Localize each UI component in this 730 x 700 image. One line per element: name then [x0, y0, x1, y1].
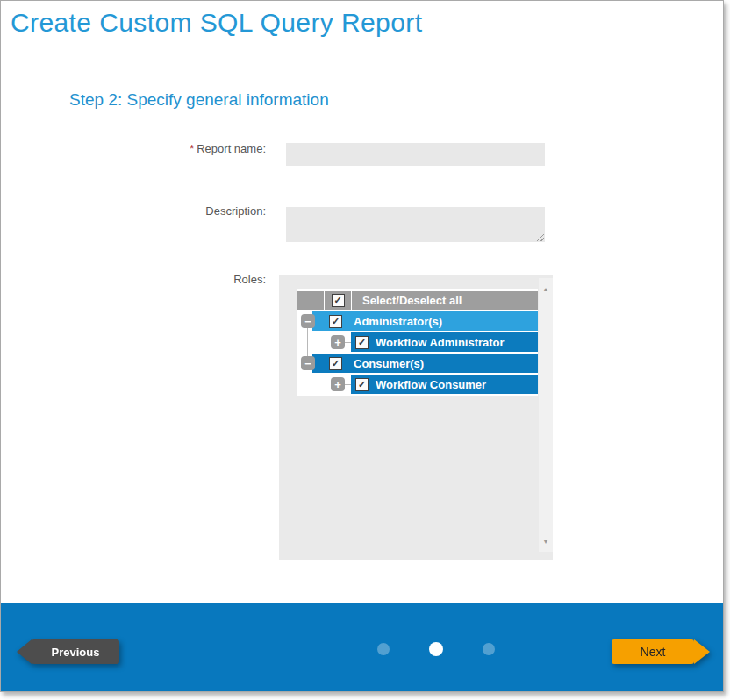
workflow-administrator-checkbox[interactable]: ✓	[355, 336, 369, 349]
tree-header-row: ✓ Select/Deselect all	[297, 291, 538, 310]
step-heading: Step 2: Specify general information	[69, 90, 329, 110]
administrators-checkbox[interactable]: ✓	[329, 315, 342, 328]
checkmark-icon: ✓	[332, 317, 340, 326]
tree-row-consumers[interactable]: ✓ Consumer(s)	[312, 354, 538, 373]
roles-tree-panel: ✓ Select/Deselect all ✓ Administrator(s)…	[279, 275, 553, 560]
consumers-checkbox[interactable]: ✓	[329, 357, 342, 370]
report-name-input[interactable]	[286, 143, 545, 166]
required-marker: *	[190, 142, 194, 155]
tree-connector-trunk	[307, 328, 308, 358]
expand-icon[interactable]: +	[331, 335, 345, 349]
next-button[interactable]: Next	[612, 639, 694, 664]
select-all-checkbox[interactable]: ✓	[332, 294, 345, 307]
description-label: Description:	[71, 204, 266, 218]
tree-row-label: Administrator(s)	[354, 315, 442, 328]
step-dot-3	[483, 643, 495, 655]
expand-icon[interactable]: +	[331, 377, 345, 391]
tree-row-administrators[interactable]: ✓ Administrator(s)	[312, 311, 538, 331]
wizard-dialog: Create Custom SQL Query Report Step 2: S…	[0, 0, 724, 692]
checkmark-icon: ✓	[358, 338, 366, 347]
scroll-down-icon[interactable]: ▼	[539, 534, 553, 548]
wizard-footer: Previous Next	[1, 603, 723, 691]
checkmark-icon: ✓	[332, 359, 340, 368]
roles-label-text: Roles:	[233, 273, 266, 286]
step-dot-1	[377, 643, 390, 655]
description-textarea[interactable]	[286, 207, 545, 242]
checkmark-icon: ✓	[333, 296, 341, 305]
next-button-label: Next	[641, 645, 666, 659]
tree-row-workflow-administrator[interactable]: ✓ Workflow Administrator	[351, 332, 538, 352]
description-label-text: Description:	[205, 204, 266, 218]
roles-scrollbar[interactable]: ▲ ▼	[539, 278, 553, 552]
page-title: Create Custom SQL Query Report	[11, 8, 422, 38]
collapse-icon[interactable]: −	[301, 356, 315, 370]
select-all-label: Select/Deselect all	[352, 291, 538, 310]
previous-button-label: Previous	[52, 646, 100, 659]
tree-row-label: Consumer(s)	[354, 357, 424, 370]
roles-label: Roles:	[71, 273, 266, 286]
checkmark-icon: ✓	[358, 380, 366, 389]
workflow-consumer-checkbox[interactable]: ✓	[355, 378, 369, 391]
tree-row-workflow-consumer[interactable]: ✓ Workflow Consumer	[351, 375, 538, 394]
scroll-up-icon[interactable]: ▲	[539, 282, 553, 296]
previous-button[interactable]: Previous	[32, 639, 119, 664]
report-name-label-text: Report name:	[197, 142, 266, 155]
tree-row-label: Workflow Consumer	[376, 378, 486, 391]
collapse-icon[interactable]: −	[301, 314, 315, 328]
tree-header-checkbox-cell: ✓	[325, 291, 351, 310]
tree-header-spacer-cell	[297, 291, 324, 310]
tree-row-label: Workflow Administrator	[376, 336, 505, 349]
step-dot-2-active	[429, 642, 443, 656]
report-name-label: *Report name:	[71, 142, 266, 155]
